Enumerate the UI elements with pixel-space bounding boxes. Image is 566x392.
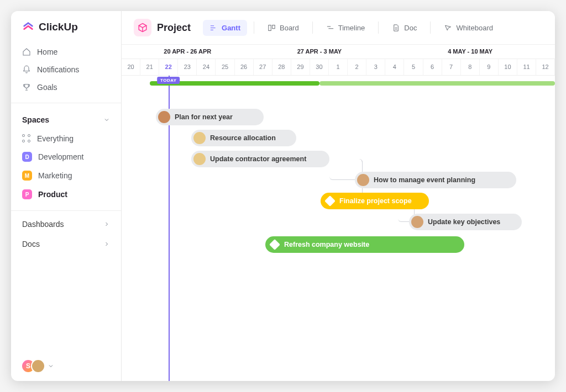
svg-rect-1 bbox=[272, 25, 275, 28]
divider bbox=[11, 103, 121, 103]
view-tab-whiteboard[interactable]: Whiteboard bbox=[437, 20, 499, 36]
day-cell[interactable]: 30 bbox=[310, 59, 329, 75]
nav-goals[interactable]: Goals bbox=[15, 78, 117, 96]
user-switcher[interactable]: S bbox=[11, 359, 121, 373]
space-badge-m: M bbox=[22, 171, 32, 181]
space-marketing[interactable]: M Marketing bbox=[11, 166, 121, 185]
task-bar[interactable]: Resource allocation bbox=[191, 130, 296, 146]
view-tab-gantt[interactable]: Gantt bbox=[203, 20, 247, 36]
space-everything-label: Everything bbox=[37, 134, 74, 143]
space-everything[interactable]: Everything bbox=[11, 130, 121, 147]
task-label: Plan for next year bbox=[175, 113, 233, 121]
trophy-icon bbox=[22, 83, 31, 92]
view-board-label: Board bbox=[280, 24, 299, 32]
week-header-row: 20 APR - 26 APR27 APR - 3 MAY4 MAY - 10 … bbox=[122, 45, 555, 59]
gantt-area[interactable]: Plan for next yearResource allocationUpd… bbox=[122, 76, 555, 381]
day-cell[interactable]: 20 bbox=[122, 59, 140, 75]
divider bbox=[11, 210, 121, 211]
home-icon bbox=[22, 47, 31, 56]
task-label: Refresh company website bbox=[284, 241, 369, 248]
day-header-row: 202122TODAY23242526272829301234567891011… bbox=[122, 59, 555, 76]
project-title-chip[interactable]: Project bbox=[134, 19, 191, 36]
day-cell[interactable]: 21 bbox=[140, 59, 159, 75]
timeline-icon bbox=[326, 24, 334, 32]
divider bbox=[430, 22, 431, 34]
space-product[interactable]: P Product bbox=[11, 185, 121, 204]
grid-icon bbox=[22, 134, 31, 143]
day-cell[interactable]: 12 bbox=[536, 59, 555, 75]
nav-notifications-label: Notifications bbox=[37, 65, 79, 74]
nav-home-label: Home bbox=[37, 47, 57, 56]
day-cell[interactable]: 29 bbox=[291, 59, 310, 75]
day-cell[interactable]: 5 bbox=[404, 59, 423, 75]
divider bbox=[378, 22, 379, 34]
day-cell[interactable]: 7 bbox=[442, 59, 461, 75]
day-cell[interactable]: 28 bbox=[272, 59, 291, 75]
space-badge-p: P bbox=[22, 189, 32, 199]
bell-icon bbox=[22, 65, 31, 74]
whiteboard-icon bbox=[444, 24, 452, 32]
view-tab-board[interactable]: Board bbox=[261, 20, 306, 36]
avatar-stack: S bbox=[21, 359, 45, 373]
sidebar: ClickUp Home Notifications Goals Spaces … bbox=[11, 11, 122, 381]
nav-home[interactable]: Home bbox=[15, 43, 117, 61]
brand-logo[interactable]: ClickUp bbox=[11, 21, 121, 43]
project-title: Project bbox=[157, 22, 191, 34]
week-label: 4 MAY - 10 MAY bbox=[385, 45, 555, 59]
task-label: Update key objectives bbox=[428, 218, 500, 226]
task-label: How to manage event planning bbox=[374, 176, 475, 184]
view-tab-doc[interactable]: Doc bbox=[385, 20, 423, 36]
chevron-right-icon bbox=[103, 241, 110, 247]
day-cell[interactable]: 23 bbox=[178, 59, 197, 75]
docs-link[interactable]: Docs bbox=[11, 234, 121, 254]
week-label: 20 APR - 26 APR bbox=[122, 45, 254, 59]
day-cell[interactable]: 10 bbox=[499, 59, 517, 75]
nav-primary: Home Notifications Goals bbox=[11, 43, 121, 96]
assignee-avatar bbox=[357, 174, 369, 186]
dashboards-link[interactable]: Dashboards bbox=[11, 214, 121, 234]
cube-icon bbox=[134, 19, 151, 36]
divider bbox=[312, 22, 313, 34]
task-bar[interactable]: How to manage event planning bbox=[355, 172, 516, 188]
task-bar[interactable]: Refresh company website bbox=[265, 236, 464, 253]
day-cell[interactable]: 8 bbox=[461, 59, 480, 75]
docs-label: Docs bbox=[22, 240, 40, 248]
nav-notifications[interactable]: Notifications bbox=[15, 61, 117, 78]
day-cell[interactable]: 2 bbox=[348, 59, 366, 75]
day-cell[interactable]: 26 bbox=[235, 59, 254, 75]
task-bar[interactable]: Update contractor agreement bbox=[191, 151, 329, 167]
spaces-header[interactable]: Spaces bbox=[11, 107, 121, 130]
task-label: Finalize project scope bbox=[339, 197, 412, 205]
task-bar[interactable]: Finalize project scope bbox=[321, 193, 429, 209]
view-gantt-label: Gantt bbox=[222, 24, 240, 32]
day-cell[interactable]: 9 bbox=[480, 59, 499, 75]
diamond-icon bbox=[324, 195, 336, 206]
assignee-avatar bbox=[411, 216, 423, 228]
space-badge-d: D bbox=[22, 152, 32, 162]
day-cell[interactable]: 3 bbox=[366, 59, 385, 75]
day-cell[interactable]: 27 bbox=[254, 59, 272, 75]
gantt-timeline: 20 APR - 26 APR27 APR - 3 MAY4 MAY - 10 … bbox=[122, 45, 555, 381]
day-cell[interactable]: 22TODAY bbox=[159, 59, 178, 75]
topbar: Project Gantt Board Timeline Doc bbox=[122, 11, 555, 45]
view-tab-timeline[interactable]: Timeline bbox=[319, 20, 372, 36]
clickup-logo-icon bbox=[22, 21, 34, 33]
brand-name: ClickUp bbox=[39, 21, 78, 33]
space-product-label: Product bbox=[38, 190, 67, 199]
space-development-label: Development bbox=[38, 152, 84, 161]
day-cell[interactable]: 25 bbox=[216, 59, 234, 75]
main: Project Gantt Board Timeline Doc bbox=[122, 11, 555, 381]
day-cell[interactable]: 6 bbox=[423, 59, 442, 75]
day-cell[interactable]: 1 bbox=[329, 59, 348, 75]
day-cell[interactable]: 11 bbox=[517, 59, 536, 75]
assignee-avatar bbox=[193, 153, 206, 165]
assignee-avatar bbox=[158, 111, 170, 123]
day-cell[interactable]: 24 bbox=[197, 59, 216, 75]
task-bar[interactable]: Plan for next year bbox=[156, 109, 264, 125]
assignee-avatar bbox=[193, 132, 206, 144]
task-bar[interactable]: Update key objectives bbox=[409, 214, 522, 230]
day-cell[interactable]: 4 bbox=[385, 59, 404, 75]
today-badge: TODAY bbox=[157, 77, 180, 84]
space-development[interactable]: D Development bbox=[11, 147, 121, 166]
chevron-down-icon bbox=[103, 116, 110, 123]
